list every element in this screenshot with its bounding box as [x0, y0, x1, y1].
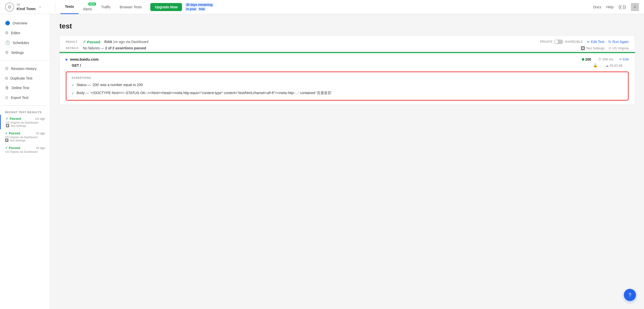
- request-url: www.baidu.com: [70, 57, 582, 61]
- editor-icon: ⚙: [5, 30, 9, 35]
- alerts-new-badge: NEW: [88, 3, 96, 6]
- revision-history-icon: ☰: [5, 66, 9, 71]
- private-label: PRIVATE: [540, 40, 553, 44]
- sidebar-item-export-test[interactable]: ⊙ Export Test: [0, 93, 50, 102]
- trial-badge: trial: [198, 7, 206, 11]
- recent-results-label: Recent Test Results: [0, 109, 50, 115]
- lock-icon: 🔓: [593, 63, 597, 67]
- duplicate-test-icon: ⧉: [5, 76, 8, 81]
- recent-result-2[interactable]: ✓ Passed 1h ago US Virginia via Dashboar…: [0, 129, 50, 144]
- sidebar-item-schedules[interactable]: 🕐 Schedules: [0, 38, 50, 48]
- trial-info: 30 days remaining in your trial: [185, 3, 213, 11]
- delete-test-icon: 🗑: [5, 86, 9, 90]
- location-info: ⊙ US Virginia: [609, 46, 629, 50]
- size-info: ☁ 95.83 kB: [605, 64, 623, 67]
- result-location-1: US Virginia via Dashboard: [6, 121, 45, 124]
- result-label: RESULT: [66, 40, 81, 43]
- logo-number: 58: [17, 3, 36, 7]
- sidebar-item-duplicate-test[interactable]: ⧉ Duplicate Test: [0, 73, 50, 83]
- ran-info: RAN 1m ago via Dashboard: [104, 40, 149, 44]
- logo-area: ⚙ 58 Kind Town ▾: [5, 3, 55, 12]
- timing-info: ⏱ 506 ms: [598, 57, 613, 61]
- result-status-3: ✓ Passed: [5, 146, 20, 150]
- globe-icon: ⊙: [609, 46, 611, 50]
- assertion-item-2: ✓ Body — '<!DOCTYPE html><!--STATUS OK--…: [71, 90, 623, 96]
- top-nav: ⚙ 58 Kind Town ▾ Tests NEW Alerts Traffi…: [0, 0, 644, 14]
- nav-link-alerts[interactable]: NEW Alerts: [79, 0, 97, 14]
- result-location-3: US Virginia via Dashboard: [5, 150, 45, 153]
- main-content: test RESULT ✓ Passed RAN 1m ago via Dash…: [50, 14, 644, 309]
- sidebar-divider-2: [0, 105, 50, 106]
- sidebar-item-revision-history[interactable]: ☰ Revision History: [0, 64, 50, 73]
- result-status-1: ✓ Passed: [6, 117, 21, 121]
- private-toggle-group: PRIVATE SHAREABLE: [540, 40, 583, 44]
- logo-text-group: 58 Kind Town: [17, 3, 36, 11]
- wifi-icon: ((·)): [619, 4, 626, 10]
- shareable-label: SHAREABLE: [565, 40, 583, 44]
- edit-icon: ✏: [587, 40, 590, 44]
- method-path: GET /: [72, 63, 593, 67]
- result-location-2: US Virginia via Dashboard: [5, 136, 45, 139]
- upgrade-button[interactable]: Upgrade Now: [150, 3, 182, 11]
- schedules-icon: 🕐: [5, 40, 10, 45]
- check-icon: ✓: [83, 40, 86, 44]
- details-label: DETAILS: [66, 47, 81, 50]
- assertion-check-2: ✓: [71, 91, 75, 96]
- sidebar-item-overview[interactable]: 🔵 Overview: [0, 18, 50, 28]
- help-link[interactable]: Help: [606, 5, 614, 9]
- sidebar: 🔵 Overview ⚙ Editor 🕐 Schedules ⚙ Settin…: [0, 14, 50, 309]
- page-title: test: [59, 22, 635, 30]
- recent-result-1[interactable]: ✓ Passed 1m ago US Virginia via Dashboar…: [0, 115, 50, 129]
- assertion-item-1: ✓ Status — '200' was a number equal to 2…: [71, 82, 623, 88]
- nav-links: Tests NEW Alerts Traffic Browser Tests U…: [60, 0, 593, 14]
- expand-chevron[interactable]: ▶: [66, 58, 68, 61]
- status-dot: [582, 58, 584, 61]
- nav-link-tests[interactable]: Tests: [60, 0, 79, 14]
- settings-stack-icon: 🔲: [581, 46, 585, 50]
- logo-name: Kind Town: [17, 7, 36, 11]
- overview-icon: 🔵: [5, 21, 10, 25]
- assertion-check-1: ✓: [71, 83, 75, 88]
- chat-fab-button[interactable]: ?: [624, 289, 636, 301]
- result-settings-2: 🔲 Test Settings: [5, 139, 45, 142]
- recent-result-3[interactable]: ✓ Passed 1h ago US Virginia via Dashboar…: [0, 144, 50, 155]
- request-edit-link[interactable]: ✏ Edit: [619, 57, 629, 61]
- assertions-container: ASSERTIONS ✓ Status — '200' was a number…: [66, 71, 629, 101]
- clock-icon: ⏱: [598, 57, 601, 61]
- nav-link-browser-tests[interactable]: Browser Tests: [115, 0, 146, 14]
- result-header: RESULT ✓ Passed RAN 1m ago via Dashboard…: [59, 35, 635, 50]
- user-avatar[interactable]: A: [631, 3, 639, 11]
- result-status-2: ✓ Passed: [5, 131, 20, 135]
- logo-dropdown-chevron[interactable]: ▾: [39, 5, 41, 9]
- request-card: ▶ www.baidu.com 200 ⏱ 506 ms ✏ Edit GET …: [59, 53, 635, 105]
- settings-icon: ⚙: [5, 50, 9, 55]
- pencil-icon: ✏: [619, 57, 622, 61]
- result-time-3: 1h ago: [36, 146, 45, 150]
- run-again-link[interactable]: ↻ Run Again: [608, 40, 629, 44]
- nav-right: Docs Help ((·)) A: [593, 3, 639, 11]
- result-time-2: 1h ago: [36, 132, 45, 135]
- docs-link[interactable]: Docs: [593, 5, 601, 9]
- assertions-label: ASSERTIONS: [71, 76, 623, 79]
- logo-icon: ⚙: [5, 3, 14, 12]
- page-layout: 🔵 Overview ⚙ Editor 🕐 Schedules ⚙ Settin…: [0, 14, 644, 309]
- sidebar-item-delete-test[interactable]: 🗑 Delete Test: [0, 83, 50, 93]
- chat-icon: ?: [628, 292, 631, 298]
- sidebar-item-editor[interactable]: ⚙ Editor: [0, 28, 50, 38]
- result-actions: PRIVATE SHAREABLE ✏ Edit Test ↻ Run Agai…: [540, 40, 629, 44]
- private-shareable-toggle[interactable]: [554, 40, 563, 44]
- edit-test-link[interactable]: ✏ Edit Test: [587, 40, 604, 44]
- export-test-icon: ⊙: [5, 95, 8, 100]
- test-settings-link[interactable]: 🔲 Test Settings: [581, 46, 604, 50]
- result-time-1: 1m ago: [35, 117, 45, 121]
- cloud-icon: ☁: [605, 64, 609, 67]
- sidebar-divider-1: [0, 60, 50, 61]
- nav-link-traffic[interactable]: Traffic: [96, 0, 115, 14]
- status-code: 200: [585, 57, 591, 61]
- details-text: No failures — 2 of 2 assertions passed: [83, 46, 146, 50]
- sidebar-item-settings[interactable]: ⚙ Settings: [0, 48, 50, 57]
- passed-badge: ✓ Passed: [83, 40, 100, 44]
- result-settings-1: 🔲 Test Settings: [6, 124, 45, 127]
- refresh-icon: ↻: [608, 40, 611, 44]
